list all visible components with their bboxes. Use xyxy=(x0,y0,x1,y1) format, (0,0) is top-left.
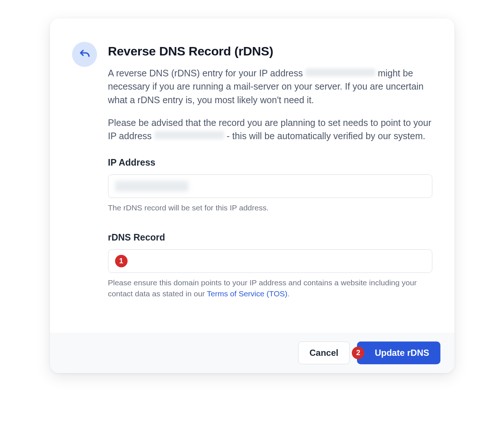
redacted-ip-2 xyxy=(154,131,224,139)
redacted-ip-value xyxy=(115,181,189,192)
redacted-ip-1 xyxy=(305,68,375,76)
ip-address-input[interactable] xyxy=(108,174,432,198)
cancel-button[interactable]: Cancel xyxy=(298,342,350,364)
para1-text-a: A reverse DNS (rDNS) entry for your IP a… xyxy=(108,68,305,78)
ip-address-help: The rDNS record will be set for this IP … xyxy=(108,202,432,213)
dialog-title: Reverse DNS Record (rDNS) xyxy=(108,44,432,58)
rdns-record-input[interactable]: 1 xyxy=(108,249,432,273)
step-badge-1: 1 xyxy=(115,255,128,267)
back-arrow-icon xyxy=(79,48,90,60)
rdns-record-help: Please ensure this domain points to your… xyxy=(108,277,432,300)
dialog-content: Reverse DNS Record (rDNS) A reverse DNS … xyxy=(108,40,432,300)
step-badge-2: 2 xyxy=(352,347,364,359)
back-button[interactable] xyxy=(72,42,97,67)
ip-address-label: IP Address xyxy=(108,157,432,168)
rdns-help-b: . xyxy=(287,289,290,298)
para2-text-b: - this will be automatically verified by… xyxy=(226,131,425,141)
rdns-record-label: rDNS Record xyxy=(108,232,432,243)
update-rdns-button[interactable]: Update rDNS xyxy=(357,342,440,364)
dialog-footer: Cancel 2 Update rDNS xyxy=(50,333,454,373)
rdns-dialog: Reverse DNS Record (rDNS) A reverse DNS … xyxy=(50,18,454,373)
dialog-body: Reverse DNS Record (rDNS) A reverse DNS … xyxy=(50,18,454,333)
description-paragraph-1: A reverse DNS (rDNS) entry for your IP a… xyxy=(108,66,432,106)
description-paragraph-2: Please be advised that the record you ar… xyxy=(108,116,432,143)
tos-link[interactable]: Terms of Service (TOS) xyxy=(207,289,287,298)
update-button-wrap: 2 Update rDNS xyxy=(357,342,440,364)
